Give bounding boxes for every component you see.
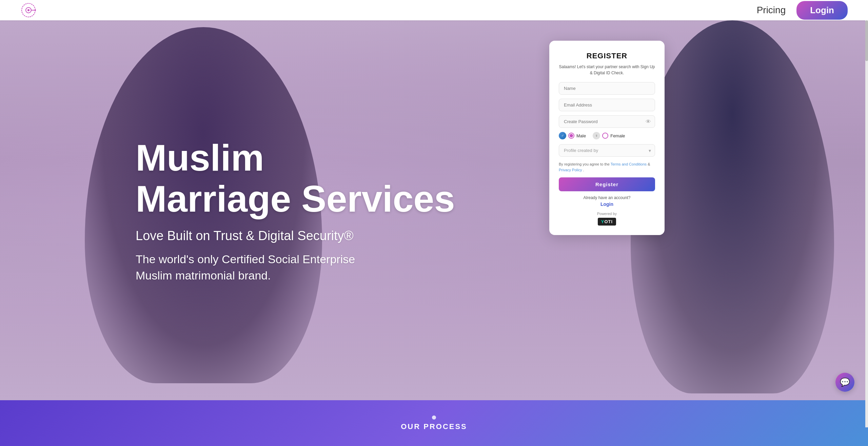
logo-icon [20,2,37,18]
name-input[interactable] [559,82,655,95]
password-input[interactable] [559,115,655,128]
profile-created-wrapper: Profile created by Self Parent Sibling F… [559,144,655,157]
chat-icon: 💬 [840,377,850,387]
gender-male-option[interactable]: ♂ Male [559,132,586,139]
nav-login-button[interactable]: Login [796,1,848,20]
register-button[interactable]: Register [559,177,655,191]
hero-section: Muslim Marriage Services Love Built on T… [0,0,868,400]
register-title: REGISTER [559,52,655,60]
svg-point-2 [27,9,29,11]
email-input[interactable] [559,99,655,111]
hero-description: The world's only Certified Social Enterp… [136,251,380,284]
svg-point-4 [35,9,36,11]
navbar: Pricing Login [0,0,868,20]
already-account-text: Already have an account? [559,195,655,200]
male-radio[interactable] [568,133,574,139]
register-card: REGISTER Salaams! Let's start your partn… [549,41,665,235]
register-subtitle: Salaams! Let's start your partner search… [559,64,655,76]
yoti-badge: YOTI [559,218,655,226]
yoti-logo: YOTI [598,218,616,226]
terms-conditions-link[interactable]: Terms and Conditions [611,162,647,166]
process-dot [432,415,436,420]
male-icon: ♂ [559,132,566,139]
male-label: Male [576,133,586,138]
logo [20,2,37,18]
hero-content: Muslim Marriage Services Love Built on T… [136,137,455,284]
female-icon: ♀ [593,132,600,139]
scrollbar[interactable] [865,20,868,427]
scrollbar-thumb[interactable] [865,20,868,61]
our-process-banner: OUR PROCESS [0,400,868,446]
nav-right: Pricing Login [757,1,848,20]
hero-title: Muslim Marriage Services [136,137,455,219]
chat-bubble-button[interactable]: 💬 [835,373,854,392]
gender-row: ♂ Male ♀ Female [559,132,655,139]
female-radio[interactable] [602,133,608,139]
female-label: Female [610,133,625,138]
eye-icon[interactable]: 👁 [646,119,651,125]
login-link[interactable]: Login [559,201,655,207]
powered-by-text: Powered by [559,212,655,216]
password-wrapper: 👁 [559,115,655,128]
pricing-link[interactable]: Pricing [757,5,786,16]
terms-text: By registering you agree to the Terms an… [559,161,655,173]
profile-created-select[interactable]: Profile created by Self Parent Sibling F… [559,144,655,157]
gender-female-option[interactable]: ♀ Female [593,132,625,139]
our-process-label: OUR PROCESS [401,422,467,431]
privacy-policy-link[interactable]: Privacy Policy [559,168,582,172]
hero-subtitle: Love Built on Trust & Digital Security® [136,229,373,243]
